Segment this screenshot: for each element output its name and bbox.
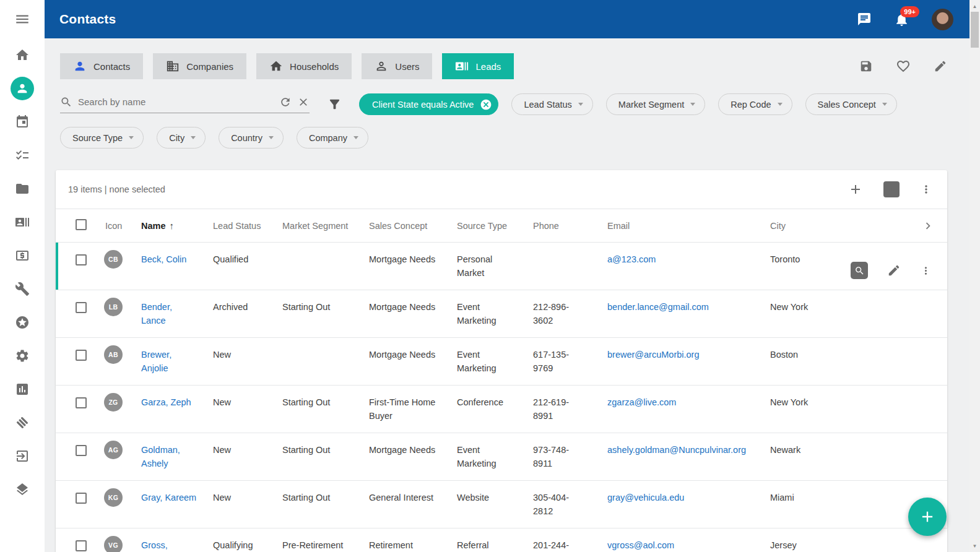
- col-source-type[interactable]: Source Type: [457, 221, 533, 231]
- lead-status-cell: New: [213, 481, 282, 528]
- col-icon[interactable]: Icon: [95, 221, 141, 231]
- email-link[interactable]: zgarza@live.com: [607, 386, 770, 433]
- table-row[interactable]: CB Beck, Colin Qualified Mortgage Needs …: [56, 243, 947, 290]
- person-outline-icon: [375, 59, 388, 73]
- chip-sales-concept[interactable]: Sales Concept: [805, 93, 897, 115]
- chip-market-segment[interactable]: Market Segment: [606, 93, 705, 115]
- sidebar-item-calendar[interactable]: [0, 105, 45, 139]
- sidebar-item-documents[interactable]: [0, 172, 45, 205]
- row-checkbox[interactable]: [76, 540, 87, 551]
- email-link[interactable]: a@123.com: [607, 243, 770, 290]
- col-sales-concept[interactable]: Sales Concept: [369, 221, 457, 231]
- scrollbar-thumb[interactable]: [971, 12, 979, 48]
- tab-companies[interactable]: Companies: [153, 53, 246, 79]
- col-email[interactable]: Email: [607, 221, 770, 231]
- scroll-down-icon[interactable]: ▼: [969, 541, 980, 551]
- email-link[interactable]: brewer@arcuMorbi.org: [607, 338, 770, 385]
- menu-icon[interactable]: [0, 0, 45, 38]
- table-row[interactable]: AG Goldman, Ashely New Starting Out Mort…: [56, 433, 947, 481]
- contact-name-link[interactable]: Garza, Zeph: [141, 386, 213, 433]
- table-row[interactable]: AB Brewer, Anjolie New Mortgage Needs Ev…: [56, 338, 947, 386]
- email-link[interactable]: vgross@aol.com: [607, 528, 770, 552]
- user-avatar[interactable]: [932, 9, 953, 30]
- clear-search-button[interactable]: [297, 96, 310, 108]
- chat-button[interactable]: [857, 12, 872, 27]
- chip-company[interactable]: Company: [297, 127, 368, 149]
- tab-users[interactable]: Users: [362, 53, 432, 79]
- col-city[interactable]: City: [770, 221, 851, 231]
- chip-rep-code[interactable]: Rep Code: [718, 93, 792, 115]
- chart-view-button[interactable]: [883, 181, 900, 197]
- tab-leads[interactable]: Leads: [442, 53, 514, 79]
- preview-button[interactable]: [851, 262, 868, 279]
- person-icon: [73, 59, 87, 73]
- more-columns-button[interactable]: [921, 219, 935, 233]
- search-input[interactable]: [78, 97, 274, 107]
- table-row[interactable]: VG Gross, Qualifying Pre-Retirement Reti…: [56, 528, 947, 552]
- add-contact-fab[interactable]: [908, 498, 947, 536]
- market-segment-cell: Starting Out: [282, 481, 369, 528]
- contact-name-link[interactable]: Gross,: [141, 528, 213, 552]
- sidebar-item-leads[interactable]: [0, 205, 45, 239]
- table-menu-button[interactable]: [920, 183, 932, 196]
- sidebar-item-exit[interactable]: [0, 439, 45, 473]
- avatar: CB: [104, 250, 123, 269]
- sidebar-item-handshake[interactable]: [0, 406, 45, 439]
- select-all-checkbox[interactable]: [76, 219, 87, 230]
- notifications-button[interactable]: 99+: [894, 12, 909, 27]
- sidebar-item-reports[interactable]: [0, 373, 45, 406]
- col-market-segment[interactable]: Market Segment: [282, 221, 369, 231]
- email-link[interactable]: gray@vehicula.edu: [607, 481, 770, 528]
- row-menu-button[interactable]: [920, 265, 932, 277]
- col-phone[interactable]: Phone: [533, 221, 607, 231]
- row-checkbox[interactable]: [76, 350, 87, 361]
- sidebar-item-favorites[interactable]: [0, 306, 45, 339]
- edit-row-button[interactable]: [887, 264, 901, 277]
- email-link[interactable]: bender.lance@gmail.com: [607, 290, 770, 337]
- chevron-down-icon: [578, 103, 583, 106]
- row-checkbox[interactable]: [76, 493, 87, 504]
- phone-cell: 201-244-: [533, 528, 607, 552]
- sidebar-item-contacts[interactable]: [0, 72, 45, 105]
- tab-contacts[interactable]: Contacts: [60, 53, 143, 79]
- sidebar-item-tools[interactable]: [0, 272, 45, 306]
- row-checkbox[interactable]: [76, 445, 87, 456]
- contact-name-link[interactable]: Bender, Lance: [141, 290, 213, 337]
- sidebar-item-layers[interactable]: [0, 473, 45, 506]
- sales-concept-cell: Mortgage Needs: [369, 433, 457, 480]
- contact-name-link[interactable]: Gray, Kareem: [141, 481, 213, 528]
- avatar: AG: [104, 441, 123, 459]
- email-link[interactable]: ashely.goldman@Nuncpulvinar.org: [607, 433, 770, 480]
- chip-country[interactable]: Country: [219, 127, 284, 149]
- row-checkbox[interactable]: [76, 302, 87, 313]
- scroll-up-icon[interactable]: ▲: [969, 1, 980, 11]
- sidebar-item-home[interactable]: [0, 38, 45, 72]
- contact-name-link[interactable]: Goldman, Ashely: [141, 433, 213, 480]
- filter-button[interactable]: [327, 97, 342, 111]
- chip-city[interactable]: City: [157, 127, 206, 149]
- chip-source-type[interactable]: Source Type: [60, 127, 144, 149]
- col-name[interactable]: Name↑: [141, 220, 213, 231]
- active-filter-chip[interactable]: Client State equals Active: [359, 93, 498, 115]
- table-row[interactable]: ZG Garza, Zeph New Starting Out First-Ti…: [56, 386, 947, 433]
- edit-view-button[interactable]: [934, 59, 947, 73]
- table-row[interactable]: KG Gray, Kareem New Starting Out General…: [56, 481, 947, 528]
- tab-households[interactable]: Households: [256, 53, 352, 79]
- table-row[interactable]: LB Bender, Lance Archived Starting Out M…: [56, 290, 947, 338]
- sidebar-item-settings[interactable]: [0, 339, 45, 373]
- row-checkbox[interactable]: [76, 254, 87, 265]
- refresh-button[interactable]: [279, 96, 292, 108]
- chip-lead-status[interactable]: Lead Status: [511, 93, 592, 115]
- favorite-button[interactable]: [896, 59, 911, 74]
- vertical-scrollbar[interactable]: ▲ ▼: [969, 0, 980, 552]
- lead-status-cell: New: [213, 386, 282, 433]
- sidebar-item-tasks[interactable]: [0, 139, 45, 172]
- add-column-button[interactable]: [848, 182, 863, 197]
- contact-name-link[interactable]: Brewer, Anjolie: [141, 338, 213, 385]
- avatar: LB: [104, 298, 123, 316]
- contact-name-link[interactable]: Beck, Colin: [141, 243, 213, 290]
- row-checkbox[interactable]: [76, 397, 87, 408]
- save-view-button[interactable]: [859, 59, 873, 73]
- col-lead-status[interactable]: Lead Status: [213, 221, 282, 231]
- sidebar-item-billing[interactable]: [0, 239, 45, 272]
